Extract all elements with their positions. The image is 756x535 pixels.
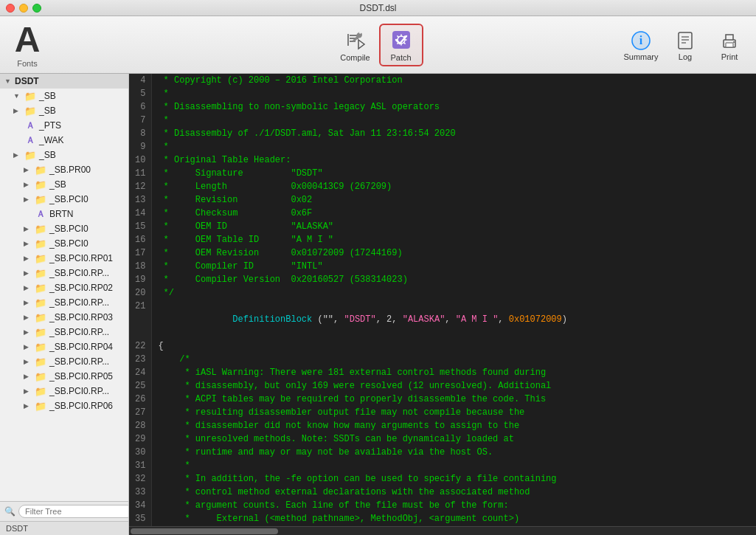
line-number: 8 (129, 127, 152, 140)
horizontal-scrollbar[interactable] (129, 526, 756, 535)
sidebar-item-sbpci0rp02b[interactable]: ▶ 📁 _SB.PCI0.RP... (0, 295, 128, 310)
line-content: * Signature "DSDT" (152, 167, 756, 180)
sidebar-item-sb3[interactable]: ▶ 📁 _SB (0, 148, 128, 162)
sidebar-item-sb2[interactable]: ▶ 📁 _SB (0, 103, 128, 118)
sidebar-item-sbpci0rp05[interactable]: ▶ 📁 _SB.PCI0.RP05 (0, 369, 128, 384)
sidebar-label-sbpci0rp02: _SB.PCI0.RP02 (49, 283, 113, 293)
line-content: */ (152, 286, 756, 300)
summary-label: Summary (623, 52, 658, 61)
sidebar-footer: DSDT (0, 521, 128, 535)
sidebar-item-sbpci03[interactable]: ▶ 📁 _SB.PCI0 (0, 236, 128, 251)
maximize-button[interactable] (32, 4, 41, 13)
sidebar-item-sbpr00[interactable]: ▶ 📁 _SB.PR00 (0, 162, 128, 177)
tree-arrow-sb1: ▼ (13, 92, 24, 100)
compile-button[interactable]: Compile (333, 25, 378, 65)
print-button[interactable]: Print (710, 29, 749, 61)
table-row: 26 * ACPI tables may be required to prop… (129, 393, 756, 406)
folder-icon-sbpci0rp06: 📁 (34, 400, 47, 412)
sidebar-item-sbpci0rp04[interactable]: ▶ 📁 _SB.PCI0.RP04 (0, 339, 128, 354)
table-row: 28 * disassembler did not know how many … (129, 419, 756, 432)
sidebar-item-sbpci0rp06[interactable]: ▶ 📁 _SB.PCI0.RP06 (0, 398, 128, 413)
sidebar-item-sbpci0rp03b[interactable]: ▶ 📁 _SB.PCI0.RP... (0, 325, 128, 339)
tree-arrow-sb3: ▶ (13, 151, 24, 159)
table-row: 20 */ (129, 286, 756, 300)
table-row: 10 * Original Table Header: (129, 153, 756, 167)
folder-icon-sbpci0rp05b: 📁 (34, 385, 47, 397)
line-number: 11 (129, 167, 152, 180)
folder-icon-sbpci0rp02: 📁 (34, 282, 47, 294)
line-number: 17 (129, 246, 152, 260)
code-table: 4 * Copyright (c) 2000 – 2016 Intel Corp… (129, 74, 756, 526)
folder-icon-sb2: 📁 (24, 105, 37, 117)
search-input[interactable] (18, 505, 129, 518)
sidebar-item-sbpci02[interactable]: ▶ 📁 _SB.PCI0 (0, 221, 128, 236)
tree-arrow-pts (13, 122, 24, 129)
line-number: 30 (129, 446, 152, 459)
folder-icon-sbpci0rp01: 📁 (34, 252, 47, 264)
minimize-button[interactable] (19, 4, 28, 13)
folder-icon-sbpci0rp04b: 📁 (34, 356, 47, 367)
line-number: 6 (129, 100, 152, 114)
sidebar-label-sbpci0rp05b: _SB.PCI0.RP... (49, 386, 109, 396)
table-row: 27 * resulting disassembler output file … (129, 406, 756, 419)
table-row: 30 * runtime and may or may not be avail… (129, 446, 756, 459)
log-label: Log (679, 52, 692, 61)
sidebar-item-wak[interactable]: Ａ _WAK (0, 133, 128, 148)
table-row: 33 * control method external declaration… (129, 486, 756, 499)
tree-arrow-brtn (24, 210, 34, 218)
folder-icon-sbpr00: 📁 (34, 164, 47, 176)
line-number: 13 (129, 193, 152, 207)
sidebar-item-sbpci0rp02[interactable]: ▶ 📁 _SB.PCI0.RP02 (0, 280, 128, 295)
line-number: 25 (129, 379, 152, 393)
fonts-button[interactable]: A Fonts (7, 22, 47, 68)
line-content: { (152, 339, 756, 353)
line-number: 23 (129, 353, 152, 366)
sidebar-item-brtn[interactable]: Ａ BRTN (0, 207, 128, 221)
sidebar-tree[interactable]: ▼ DSDT ▼ 📁 _SB ▶ 📁 _SB Ａ _PTS Ａ (0, 74, 128, 501)
scrollbar-thumb[interactable] (131, 528, 278, 534)
line-content: /* (152, 353, 756, 366)
tree-arrow-sbpci0rp01b: ▶ (24, 269, 34, 277)
text-icon-pts: Ａ (24, 120, 37, 131)
line-content: * Disassembly of ./1/DSDT.aml, Sat Jan 1… (152, 127, 756, 140)
line-content: * (152, 459, 756, 472)
svg-rect-14 (726, 43, 733, 47)
line-content: * unresolved methods. Note: SSDTs can be… (152, 432, 756, 446)
summary-button[interactable]: i Summary (622, 29, 660, 61)
log-button[interactable]: Log (666, 29, 704, 61)
folder-icon-sbpci0rp04: 📁 (34, 341, 47, 353)
sidebar-item-root[interactable]: ▼ DSDT (0, 74, 128, 89)
line-number: 12 (129, 180, 152, 193)
sidebar-item-sbpci0rp04b[interactable]: ▶ 📁 _SB.PCI0.RP... (0, 354, 128, 369)
code-scroll[interactable]: 4 * Copyright (c) 2000 – 2016 Intel Corp… (129, 74, 756, 526)
font-icon: A (15, 22, 41, 58)
table-row: 21 DefinitionBlock ("", "DSDT", 2, "ALAS… (129, 300, 756, 339)
sidebar-label-sbpci0rp03: _SB.PCI0.RP03 (49, 312, 113, 322)
line-number: 22 (129, 339, 152, 353)
line-number: 26 (129, 393, 152, 406)
sidebar-search-area: 🔍 (0, 501, 128, 521)
svg-rect-9 (679, 32, 692, 49)
line-number: 21 (129, 300, 152, 339)
table-row: 31 * (129, 459, 756, 472)
sidebar-item-sbpci0rp05b[interactable]: ▶ 📁 _SB.PCI0.RP... (0, 384, 128, 398)
sidebar-item-sbpci0[interactable]: ▶ 📁 _SB.PCI0 (0, 192, 128, 207)
sidebar-item-sbpci0rp01b[interactable]: ▶ 📁 _SB.PCI0.RP... (0, 266, 128, 280)
sidebar-item-sb4[interactable]: ▶ 📁 _SB (0, 177, 128, 192)
line-number: 10 (129, 153, 152, 167)
table-row: 15 * OEM ID "ALASKA" (129, 220, 756, 233)
line-number: 18 (129, 260, 152, 273)
sidebar-item-sbpci0rp01[interactable]: ▶ 📁 _SB.PCI0.RP01 (0, 251, 128, 266)
sidebar-label-sb2: _SB (39, 106, 56, 116)
sidebar-item-sbpci0rp03[interactable]: ▶ 📁 _SB.PCI0.RP03 (0, 310, 128, 325)
sidebar-item-pts[interactable]: Ａ _PTS (0, 118, 128, 133)
line-content: * runtime and may or may not be availabl… (152, 446, 756, 459)
tree-arrow-sbpr00: ▶ (24, 166, 34, 173)
patch-button[interactable]: Patch (379, 24, 423, 66)
close-button[interactable] (6, 4, 15, 13)
line-number: 14 (129, 207, 152, 220)
tree-arrow-sbpci03: ▶ (24, 240, 34, 247)
titlebar: DSDT.dsl (0, 0, 756, 16)
line-content: * Checksum 0x6F (152, 207, 756, 220)
sidebar-item-sb1[interactable]: ▼ 📁 _SB (0, 89, 128, 103)
